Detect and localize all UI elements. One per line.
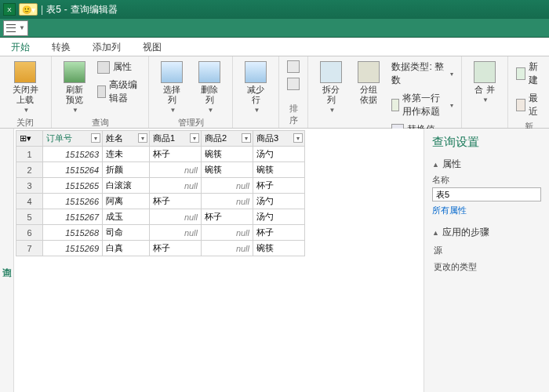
- sort-desc-icon: [287, 78, 300, 90]
- cell[interactable]: 白滚滚: [103, 178, 150, 194]
- delete-cols-button[interactable]: 删除 列▼: [193, 60, 226, 115]
- collapse-icon[interactable]: ▲: [432, 229, 439, 237]
- close-load-button[interactable]: 关闭并 上载 ▼: [6, 60, 45, 115]
- table-row[interactable]: 51515267成玉null杯子汤勺: [16, 209, 305, 225]
- queries-pane-label[interactable]: 查询: [0, 129, 14, 392]
- row-index[interactable]: 1: [16, 147, 43, 162]
- cell-id[interactable]: 1515263: [43, 147, 103, 162]
- qa-menu-button[interactable]: ▼: [3, 20, 28, 36]
- table-row[interactable]: 21515264折颜null碗筷碗筷: [16, 162, 305, 178]
- cell-id[interactable]: 1515268: [43, 225, 103, 241]
- cell[interactable]: 杯子: [253, 225, 305, 241]
- cell-id[interactable]: 1515265: [43, 178, 103, 194]
- collapse-icon[interactable]: ▲: [432, 161, 439, 169]
- col-header[interactable]: 商品1▾: [150, 131, 202, 147]
- cell[interactable]: 杯子: [253, 178, 305, 194]
- col-header[interactable]: 商品2▾: [202, 131, 253, 147]
- combine-button[interactable]: 合 并▼: [468, 60, 501, 105]
- quick-access-bar: ▼: [0, 19, 549, 38]
- row-index[interactable]: 2: [16, 162, 43, 178]
- recent-icon: [516, 99, 525, 111]
- cell-null[interactable]: null: [150, 178, 202, 194]
- group-combine: 合 并▼: [462, 56, 508, 128]
- step-source[interactable]: 源: [432, 242, 541, 259]
- filter-icon[interactable]: ▾: [242, 133, 251, 143]
- select-cols-button[interactable]: 选择 列▼: [155, 60, 188, 115]
- cell[interactable]: 杯子: [150, 241, 202, 256]
- cell-id[interactable]: 1515269: [43, 241, 103, 256]
- col-header[interactable]: 商品3▾: [253, 131, 305, 147]
- cell[interactable]: 司命: [103, 225, 150, 241]
- ribbon-tabs: 开始 转换 添加列 视图: [0, 38, 549, 56]
- cell-null[interactable]: null: [202, 178, 253, 194]
- cell[interactable]: 连未: [103, 147, 150, 162]
- tab-start[interactable]: 开始: [0, 38, 41, 56]
- table-row[interactable]: 31515265白滚滚nullnull杯子: [16, 178, 305, 194]
- row-index[interactable]: 7: [16, 241, 43, 256]
- name-input[interactable]: [432, 187, 541, 201]
- sort-desc-button[interactable]: [285, 77, 301, 91]
- row-index[interactable]: 5: [16, 209, 43, 225]
- filter-icon[interactable]: ▾: [190, 133, 199, 143]
- cell[interactable]: 折颜: [103, 162, 150, 178]
- group-by-button[interactable]: 分组 依据: [352, 60, 385, 107]
- delete-col-icon: [198, 61, 220, 83]
- cell[interactable]: 碗筷: [253, 162, 305, 178]
- split-col-button[interactable]: 拆分 列▼: [314, 60, 347, 115]
- step-changed-type[interactable]: 更改的类型: [432, 259, 541, 275]
- filter-icon[interactable]: ▾: [293, 133, 303, 143]
- cell[interactable]: 碗筷: [253, 241, 305, 256]
- sort-asc-button[interactable]: [285, 60, 301, 74]
- cell[interactable]: 杯子: [202, 209, 253, 225]
- emoji-dropdown[interactable]: 🙂▾: [19, 3, 38, 16]
- cell-null[interactable]: null: [202, 241, 253, 256]
- table-row[interactable]: 71515269白真杯子null碗筷: [16, 241, 305, 256]
- data-type-button[interactable]: 数据类型: 整数▾: [390, 60, 455, 88]
- grid-corner[interactable]: ⊞▾: [16, 131, 43, 147]
- cell[interactable]: 阿离: [103, 194, 150, 209]
- row-index[interactable]: 4: [16, 194, 43, 209]
- refresh-button[interactable]: 刷新 预览 ▼: [58, 60, 91, 115]
- cell-id[interactable]: 1515267: [43, 209, 103, 225]
- recent-source-button[interactable]: 最近: [514, 91, 543, 119]
- reduce-rows-button[interactable]: 减少 行▼: [239, 60, 272, 115]
- table-row[interactable]: 41515266阿离杯子null汤勺: [16, 194, 305, 209]
- properties-button[interactable]: 属性: [96, 60, 142, 74]
- filter-icon[interactable]: ▾: [138, 133, 147, 143]
- cell-null[interactable]: null: [150, 162, 202, 178]
- cell[interactable]: 汤勺: [253, 209, 305, 225]
- sort-asc-icon: [287, 60, 300, 73]
- cell-null[interactable]: null: [202, 194, 253, 209]
- cell[interactable]: 汤勺: [253, 194, 305, 209]
- cell[interactable]: 杯子: [150, 147, 202, 162]
- cell-null[interactable]: null: [150, 209, 202, 225]
- cell-null[interactable]: null: [150, 225, 202, 241]
- tab-transform[interactable]: 转换: [41, 38, 82, 56]
- new-source-button[interactable]: 新建: [514, 60, 543, 88]
- col-header[interactable]: 订单号▾: [43, 131, 103, 147]
- cell-null[interactable]: null: [202, 225, 253, 241]
- cell[interactable]: 汤勺: [253, 147, 305, 162]
- cell-id[interactable]: 1515266: [43, 194, 103, 209]
- all-properties-link[interactable]: 所有属性: [432, 205, 541, 216]
- table-row[interactable]: 61515268司命nullnull杯子: [16, 225, 305, 241]
- use-first-row-button[interactable]: 将第一行用作标题▾: [390, 91, 455, 119]
- properties-section: ▲属性 名称 所有属性: [432, 158, 541, 216]
- row-index[interactable]: 3: [16, 178, 43, 194]
- tab-addcol[interactable]: 添加列: [82, 38, 132, 56]
- cell[interactable]: 成玉: [103, 209, 150, 225]
- cell-id[interactable]: 1515264: [43, 162, 103, 178]
- group-cols: 选择 列▼ 删除 列▼ 管理列: [149, 56, 233, 128]
- cell[interactable]: 碗筷: [202, 147, 253, 162]
- col-header[interactable]: 姓名▾: [103, 131, 150, 147]
- row-index[interactable]: 6: [16, 225, 43, 241]
- adv-editor-button[interactable]: 高级编辑器: [96, 78, 142, 106]
- cell[interactable]: 碗筷: [202, 162, 253, 178]
- tab-view[interactable]: 视图: [132, 38, 173, 56]
- cell[interactable]: 白真: [103, 241, 150, 256]
- table-row[interactable]: 11515263连未杯子碗筷汤勺: [16, 147, 305, 162]
- filter-icon[interactable]: ▾: [91, 133, 100, 143]
- cell[interactable]: 杯子: [150, 194, 202, 209]
- data-grid[interactable]: ⊞▾订单号▾姓名▾商品1▾商品2▾商品3▾ 11515263连未杯子碗筷汤勺21…: [16, 130, 305, 256]
- group-transform: 拆分 列▼ 分组 依据 数据类型: 整数▾ 将第一行用作标题▾ 替换值 转换: [308, 56, 462, 128]
